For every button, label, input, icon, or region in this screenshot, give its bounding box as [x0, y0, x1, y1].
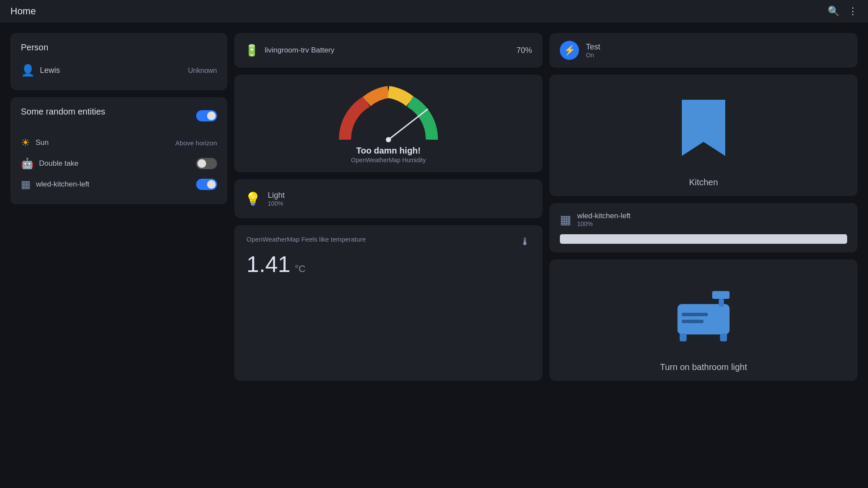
wled-name: wled-kitchen-left: [577, 212, 631, 220]
entities-card: Some random entities ☀ Sun Above horizon…: [10, 97, 227, 204]
person-left: 👤 Lewis: [21, 64, 60, 77]
wled-toggle[interactable]: [196, 179, 217, 190]
entity-row-sun: ☀ Sun Above horizon: [21, 132, 217, 153]
person-card-title: Person: [21, 43, 217, 52]
toggle-knob-wled: [207, 180, 216, 189]
doubletake-toggle[interactable]: [196, 158, 217, 169]
kitchen-icon: [682, 100, 725, 156]
kitchen-card[interactable]: Kitchen: [549, 75, 858, 196]
wled-icon: ▦: [560, 213, 571, 227]
entity-name-sun: Sun: [36, 138, 49, 147]
left-column: Person 👤 Lewis Unknown Some random entit…: [10, 33, 227, 402]
gauge-subtitle: OpenWeatherMap Humidity: [351, 157, 426, 164]
svg-point-1: [386, 137, 391, 142]
entity-name-wled: wled-kitchen-left: [36, 180, 89, 189]
test-state: On: [586, 52, 600, 59]
person-status: Unknown: [188, 67, 217, 75]
svg-line-0: [388, 109, 427, 140]
gauge-svg: [332, 83, 445, 148]
light-value: 100%: [268, 200, 285, 207]
thermometer-icon: 🌡: [520, 236, 530, 248]
test-name: Test: [586, 43, 600, 52]
right-column: ⚡ Test On Kitchen ▦ wled-kitchen-left 10…: [549, 33, 858, 381]
battery-value: 70%: [516, 46, 532, 55]
test-icon-wrap: ⚡: [560, 41, 579, 60]
battery-icon: 🔋: [245, 44, 259, 57]
light-icon: 💡: [245, 191, 261, 206]
battery-name: livingroom-trv Battery: [265, 46, 335, 55]
svg-rect-3: [712, 291, 730, 299]
bathroom-label: Turn on bathroom light: [660, 362, 747, 372]
svg-rect-8: [720, 334, 727, 341]
temp-value: 1.41: [247, 251, 290, 277]
entities-header: Some random entities: [21, 107, 217, 124]
menu-icon[interactable]: ⋮: [848, 6, 858, 17]
svg-rect-5: [682, 313, 708, 316]
topbar: Home 🔍 ⋮: [0, 0, 868, 23]
entity-left-doubletake: 🤖 Double take: [21, 157, 79, 170]
test-card[interactable]: ⚡ Test On: [549, 33, 858, 68]
search-icon[interactable]: 🔍: [828, 6, 839, 17]
svg-rect-6: [682, 320, 704, 323]
person-icon: 👤: [21, 64, 35, 77]
sun-icon: ☀: [21, 137, 30, 149]
wled-card: ▦ wled-kitchen-left 100%: [549, 203, 858, 252]
temp-card: OpenWeatherMap Feels like temperature 🌡 …: [234, 225, 542, 381]
toggle-knob: [207, 111, 216, 120]
entity-row-doubletake: 🤖 Double take: [21, 153, 217, 174]
wled-header: ▦ wled-kitchen-left 100%: [560, 212, 847, 227]
entity-row-wled: ▦ wled-kitchen-left: [21, 174, 217, 195]
test-info: Test On: [586, 43, 600, 59]
person-name: Lewis: [40, 66, 60, 75]
grid-icon: ▦: [21, 178, 31, 190]
person-card: Person 👤 Lewis Unknown: [10, 33, 227, 90]
wled-value: 100%: [577, 220, 631, 227]
main-grid: Person 👤 Lewis Unknown Some random entit…: [0, 23, 868, 412]
light-card[interactable]: 💡 Light 100%: [234, 179, 542, 218]
entities-toggle[interactable]: [196, 110, 217, 121]
page-title: Home: [10, 6, 36, 17]
entities-card-title: Some random entities: [21, 107, 105, 117]
entity-left-sun: ☀ Sun: [21, 137, 49, 149]
battery-left: 🔋 livingroom-trv Battery: [245, 44, 335, 57]
gauge-wrapper: [332, 83, 445, 144]
battery-card[interactable]: 🔋 livingroom-trv Battery 70%: [234, 33, 542, 68]
entity-name-doubletake: Double take: [39, 159, 79, 168]
robot-icon: 🤖: [21, 157, 34, 170]
entity-state-sun: Above horizon: [175, 139, 217, 147]
topbar-actions: 🔍 ⋮: [828, 6, 858, 17]
svg-rect-2: [677, 304, 730, 334]
svg-rect-7: [680, 334, 687, 341]
bathroom-icon: [673, 278, 734, 347]
middle-column: 🔋 livingroom-trv Battery 70%: [234, 33, 542, 381]
wled-info: wled-kitchen-left 100%: [577, 212, 631, 227]
bathroom-card[interactable]: Turn on bathroom light: [549, 259, 858, 381]
gauge-card: Too damn high! OpenWeatherMap Humidity: [234, 75, 542, 172]
light-info: Light 100%: [268, 191, 285, 207]
test-icon: ⚡: [564, 45, 575, 56]
kitchen-icon-wrap: [682, 83, 725, 172]
temp-unit: °C: [295, 263, 306, 275]
toggle-knob-doubletake: [197, 159, 206, 168]
wled-brightness-bar[interactable]: [560, 234, 847, 244]
entity-left-wled: ▦ wled-kitchen-left: [21, 178, 89, 190]
gauge-label: Too damn high! OpenWeatherMap Humidity: [351, 146, 426, 164]
kitchen-label: Kitchen: [689, 177, 718, 187]
person-row: 👤 Lewis Unknown: [21, 60, 217, 81]
svg-rect-4: [719, 299, 724, 307]
temp-label: OpenWeatherMap Feels like temperature: [247, 236, 366, 243]
light-name: Light: [268, 191, 285, 200]
bathroom-icon-wrap: [673, 268, 734, 357]
